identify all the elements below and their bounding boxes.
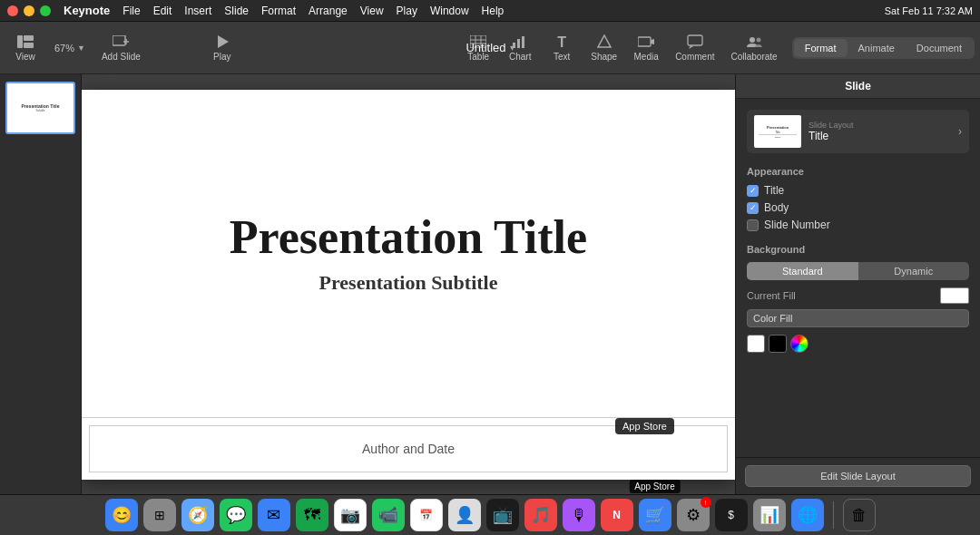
menu-bar-items: File Edit Insert Slide Format Arrange Vi… xyxy=(122,5,504,17)
dock-tv[interactable]: 📺 xyxy=(486,499,519,531)
menu-view[interactable]: View xyxy=(360,5,384,17)
menu-slide[interactable]: Slide xyxy=(224,5,249,17)
slide-canvas[interactable]: Presentation Title Presentation Subtitle… xyxy=(82,90,735,480)
title-checkbox-label: Title xyxy=(764,184,784,197)
toolbar-collaborate-button[interactable]: Collaborate xyxy=(724,30,785,65)
maximize-button[interactable] xyxy=(40,5,51,16)
toolbar-text-button[interactable]: T Text xyxy=(542,30,582,65)
appstore-icon: 🛒 xyxy=(645,505,665,525)
toolbar: View 67% ▼ Add Slide Untitled ▾ Play xyxy=(0,22,980,74)
dock-messages[interactable]: 💬 xyxy=(220,499,252,531)
appearance-title: Appearance xyxy=(747,166,969,177)
tab-document[interactable]: Document xyxy=(906,39,973,57)
podcasts-icon: 🎙 xyxy=(571,506,587,525)
play-label: Play xyxy=(213,52,230,62)
media-label: Media xyxy=(634,52,659,62)
dock-facetime[interactable]: 📹 xyxy=(372,499,405,531)
background-dynamic-btn[interactable]: Dynamic xyxy=(858,262,970,280)
title-checkbox[interactable]: ✓ xyxy=(747,185,759,197)
media-icon xyxy=(637,34,655,52)
inspector-panel: Slide Presentation Title Subtitle Slide … xyxy=(735,74,980,494)
messages-icon: 💬 xyxy=(226,505,246,525)
dock-appstore[interactable]: 🛒 App Store xyxy=(639,499,671,531)
fill-type-select[interactable]: Color Fill Gradient Fill Image Fill None xyxy=(747,309,969,327)
toolbar-media-button[interactable]: Media xyxy=(626,30,666,65)
color-swatch-white[interactable] xyxy=(747,335,765,353)
minimize-button[interactable] xyxy=(24,5,34,16)
svg-marker-15 xyxy=(598,35,611,47)
system-clock: Sat Feb 11 7:32 AM xyxy=(885,5,973,16)
toolbar-left-items: View 67% ▼ Add Slide xyxy=(5,30,148,65)
menu-format[interactable]: Format xyxy=(261,5,296,17)
dock-podcasts[interactable]: 🎙 xyxy=(563,499,595,531)
dock-contacts[interactable]: 👤 xyxy=(448,499,481,531)
menu-play[interactable]: Play xyxy=(397,5,417,17)
svg-rect-18 xyxy=(688,35,702,45)
contacts-icon: 👤 xyxy=(455,505,475,525)
dock-launchpad[interactable]: ⊞ xyxy=(143,499,176,531)
dock-photos[interactable]: 📷 xyxy=(334,499,367,531)
menu-help[interactable]: Help xyxy=(482,5,505,17)
fill-color-swatch[interactable] xyxy=(940,287,969,304)
traffic-lights xyxy=(7,5,51,16)
background-standard-btn[interactable]: Standard xyxy=(747,262,858,280)
safari-icon: 🧭 xyxy=(188,505,208,525)
slide-title[interactable]: Presentation Title xyxy=(230,211,587,263)
shape-label: Shape xyxy=(591,52,617,62)
zoom-level: 67% xyxy=(54,43,74,54)
tv-icon: 📺 xyxy=(493,505,513,525)
fill-type-row: Color Fill Gradient Fill Image Fill None xyxy=(747,309,969,327)
menu-window[interactable]: Window xyxy=(430,5,469,17)
close-button[interactable] xyxy=(7,5,18,16)
menu-insert[interactable]: Insert xyxy=(184,5,211,17)
dock-safari[interactable]: 🧭 xyxy=(181,499,214,531)
toolbar-add-slide-button[interactable]: Add Slide xyxy=(94,30,148,65)
slide-main-area: Presentation Title Presentation Subtitle xyxy=(82,90,735,418)
slide-layout-section: Presentation Title Subtitle Slide Layout… xyxy=(747,110,969,153)
svg-rect-0 xyxy=(17,35,23,48)
slide-panel: Presentation Title Subtitle xyxy=(0,74,82,494)
slide-thumbnail-1[interactable]: Presentation Title Subtitle xyxy=(5,82,75,134)
dock-finder[interactable]: 😊 xyxy=(105,499,138,531)
dock-calendar[interactable]: 📅 xyxy=(410,499,443,531)
toolbar-zoom-button[interactable]: 67% ▼ xyxy=(47,39,93,57)
add-slide-label: Add Slide xyxy=(102,52,141,62)
tab-format[interactable]: Format xyxy=(794,39,848,57)
slide-subtitle[interactable]: Presentation Subtitle xyxy=(319,271,498,295)
menubar-left: Keynote File Edit Insert Slide Format Ar… xyxy=(7,4,504,17)
color-swatch-black[interactable] xyxy=(769,335,787,353)
toolbar-shape-button[interactable]: Shape xyxy=(583,30,624,65)
dock-news[interactable]: N xyxy=(601,499,633,531)
menu-file[interactable]: File xyxy=(122,5,140,17)
dock-music[interactable]: 🎵 xyxy=(524,499,557,531)
title-checkbox-row: ✓ Title xyxy=(747,184,969,197)
appearance-section: Appearance ✓ Title ✓ Body Slide Number xyxy=(747,166,969,231)
menu-arrange[interactable]: Arrange xyxy=(309,5,348,17)
dock-activity-monitor[interactable]: 📊 xyxy=(753,499,786,531)
tab-animate[interactable]: Animate xyxy=(848,39,906,57)
terminal-icon: $ xyxy=(728,509,734,521)
slide-author-area[interactable]: Author and Date xyxy=(89,425,728,472)
menu-edit[interactable]: Edit xyxy=(153,5,172,17)
toolbar-play-button[interactable]: Play xyxy=(202,30,242,65)
dock: 😊 ⊞ 🧭 💬 ✉ 🗺 📷 📹 📅 👤 📺 🎵 🎙 N 🛒 App Store xyxy=(0,494,980,535)
dock-system-prefs[interactable]: ⚙ ! xyxy=(677,499,710,531)
dock-maps[interactable]: 🗺 xyxy=(296,499,328,531)
news-icon: N xyxy=(612,509,621,521)
slide-layout-thumbnail: Presentation Title Subtitle xyxy=(754,115,801,148)
background-section: Background Standard Dynamic Current Fill… xyxy=(747,244,969,353)
play-icon xyxy=(213,34,231,52)
finder-icon: 😊 xyxy=(112,505,132,525)
collaborate-icon xyxy=(745,34,763,52)
toolbar-comment-button[interactable]: Comment xyxy=(668,30,721,65)
dock-trash[interactable]: 🗑 xyxy=(843,499,876,531)
color-swatch-picker[interactable] xyxy=(790,335,808,353)
dock-network[interactable]: 🌐 xyxy=(791,499,824,531)
dock-mail[interactable]: ✉ xyxy=(258,499,290,531)
dock-terminal[interactable]: $ xyxy=(715,499,748,531)
slide-number-checkbox[interactable] xyxy=(747,219,759,231)
body-checkbox[interactable]: ✓ xyxy=(747,202,759,214)
edit-slide-layout-button[interactable]: Edit Slide Layout xyxy=(745,465,971,487)
slide-layout-selector[interactable]: Presentation Title Subtitle Slide Layout… xyxy=(747,110,969,153)
toolbar-view-button[interactable]: View xyxy=(5,30,45,65)
